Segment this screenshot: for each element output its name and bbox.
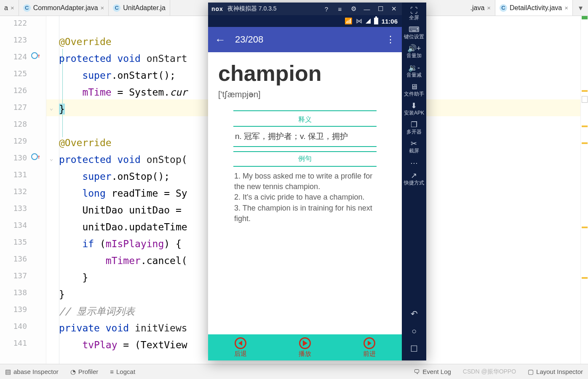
nox-sidebar: ⛶全屏⌨键位设置🔊+音量加🔉-音量减🖥文件助手⬇安装APK❐多开器✂截屏⋯↗快捷… (402, 3, 426, 360)
line-number: 128 (0, 118, 27, 131)
nox-side-item[interactable]: ⌨键位设置 (404, 23, 424, 42)
nox-emulator-window: nox 夜神模拟器 7.0.3.5 ? ≡ ⚙ — ☐ ✕ 📶 ⋈ 11:06 … (208, 3, 426, 360)
nox-side-label: 多开器 (406, 129, 422, 135)
stripe-marker[interactable] (582, 142, 588, 144)
override-gutter-icon[interactable] (31, 52, 39, 60)
nox-side-icon: ❐ (411, 121, 417, 128)
stripe-marker[interactable] (582, 90, 588, 92)
clock: 11:06 (382, 18, 398, 25)
nox-side-item[interactable]: ⋯ (404, 157, 424, 169)
play-button[interactable]: 播放 (273, 334, 337, 360)
nox-nav-recent-icon[interactable]: ☐ (410, 344, 418, 354)
overflow-menu-icon[interactable]: ⋮ (386, 34, 395, 45)
nox-side-item[interactable]: ↗快捷方式 (404, 169, 424, 188)
fold-toggle-icon[interactable]: ⌄ (47, 103, 56, 113)
nox-side-icon: ⛶ (410, 7, 418, 14)
layout-icon: ▢ (528, 368, 534, 376)
signal-icon (366, 19, 371, 24)
definition-heading: 释义 (233, 114, 377, 127)
next-icon (363, 337, 375, 349)
stripe-marker[interactable] (582, 277, 588, 279)
editor-gutter: 122123124125126127⌄128129130⌄13113213313… (0, 16, 46, 364)
tab-detail-activity[interactable]: C DetailActivity.java × (495, 0, 573, 16)
error-stripe[interactable] (580, 16, 588, 364)
nox-settings-icon[interactable]: ⚙ (349, 5, 358, 13)
line-number: 122 (0, 17, 27, 30)
nox-menu-icon[interactable]: ≡ (335, 5, 345, 13)
tab-label: a (4, 4, 8, 12)
nox-side-label: 全屏 (409, 15, 419, 21)
tool-layout-inspector[interactable]: ▢ Layout Inspector (528, 368, 583, 376)
nox-help-icon[interactable]: ? (322, 5, 331, 13)
line-number: 124 (0, 51, 27, 64)
close-icon[interactable]: × (101, 4, 104, 11)
app-bar: ← 23/208 ⋮ (208, 27, 402, 52)
close-icon[interactable]: × (11, 4, 14, 11)
line-number: 140 (0, 320, 27, 333)
nox-side-icon: 🔉- (408, 64, 420, 72)
next-button[interactable]: 前进 (337, 334, 402, 360)
word-detail: champion ['tʃæmpjən] 释义 n. 冠军，拥护者；v. 保卫，… (208, 52, 402, 334)
nox-side-label: 音量加 (406, 53, 422, 59)
tab-unit-adapter[interactable]: C UnitAdapter.ja (109, 0, 170, 16)
tab-label: DetailActivity.java (510, 4, 562, 12)
nox-titlebar[interactable]: nox 夜神模拟器 7.0.3.5 ? ≡ ⚙ — ☐ ✕ (208, 3, 402, 15)
playback-controls: 后退 播放 前进 (208, 334, 402, 360)
tool-logcat[interactable]: ≡ Logcat (110, 368, 135, 375)
status-bar: ▤ abase Inspector ◔ Profiler ≡ Logcat 🗨 … (0, 364, 588, 379)
definition-text: n. 冠军，拥护者；v. 保卫，拥护 (233, 127, 377, 143)
nox-close-icon[interactable]: ✕ (389, 5, 398, 13)
tool-event-log[interactable]: 🗨 Event Log (414, 368, 451, 375)
tab-cut-left[interactable]: a × (0, 0, 19, 16)
prev-button[interactable]: 后退 (208, 334, 273, 360)
line-number: 123 (0, 34, 27, 47)
bluetooth-icon: ⋈ (356, 17, 362, 25)
tab-overflow-button[interactable]: ▾ (573, 0, 588, 16)
override-gutter-icon[interactable] (31, 153, 39, 161)
battery-icon (374, 18, 378, 24)
nox-nav-back-icon[interactable]: ↶ (411, 309, 418, 319)
tab-label: UnitAdapter.ja (123, 4, 166, 12)
stripe-marker[interactable] (582, 227, 588, 228)
fold-toggle-icon[interactable]: ⌄ (47, 153, 56, 163)
tab-common-adapter[interactable]: C CommonAdapter.java × (19, 0, 109, 16)
line-number: 141 (0, 337, 27, 350)
play-icon (299, 337, 311, 349)
watermark: CSDN @振华OPPO (463, 368, 516, 376)
nox-side-item[interactable]: ⬇安装APK (404, 99, 424, 118)
nox-side-item[interactable]: ❐多开器 (404, 118, 424, 137)
close-icon[interactable]: × (564, 4, 568, 11)
nox-side-label: 文件助手 (404, 91, 424, 97)
close-icon[interactable]: × (487, 4, 491, 11)
line-number: 133 (0, 202, 27, 215)
line-number: 127 (0, 101, 27, 114)
nox-side-item[interactable]: 🖥文件助手 (404, 80, 424, 99)
nox-maximize-icon[interactable]: ☐ (376, 5, 385, 13)
nox-side-item[interactable]: 🔊+音量加 (404, 42, 424, 61)
word-phonetic: ['tʃæmpjən] (218, 89, 392, 99)
tool-database-inspector[interactable]: ▤ abase Inspector (5, 368, 59, 376)
nox-side-item[interactable]: ✂截屏 (404, 137, 424, 156)
tool-profiler[interactable]: ◔ Profiler (70, 368, 99, 376)
tab-cut-right[interactable]: .java × (466, 0, 495, 16)
nox-minimize-icon[interactable]: — (362, 5, 372, 13)
back-icon[interactable]: ← (215, 33, 226, 46)
nox-side-label: 安装APK (404, 110, 424, 116)
nox-side-icon: 🔊+ (407, 45, 421, 52)
nox-side-item[interactable]: 🔉-音量减 (404, 61, 424, 80)
line-number: 139 (0, 303, 27, 316)
nox-side-icon: ⋯ (410, 159, 418, 167)
nox-side-icon: 🖥 (410, 83, 418, 91)
stripe-marker[interactable] (582, 125, 588, 127)
nox-side-item[interactable]: ⛶全屏 (404, 4, 424, 23)
profiler-icon: ◔ (70, 368, 76, 376)
line-number: 136 (0, 253, 27, 266)
line-number: 134 (0, 219, 27, 232)
nox-side-icon: ✂ (411, 140, 417, 147)
examples-text: 1. My boss asked me to write a profile f… (233, 167, 377, 228)
nox-side-icon: ⬇ (411, 102, 417, 109)
nox-side-label: 键位设置 (404, 34, 424, 40)
stripe-status-icon (582, 16, 588, 19)
logcat-icon: ≡ (110, 368, 114, 375)
nox-nav-home-icon[interactable]: ○ (412, 326, 417, 336)
